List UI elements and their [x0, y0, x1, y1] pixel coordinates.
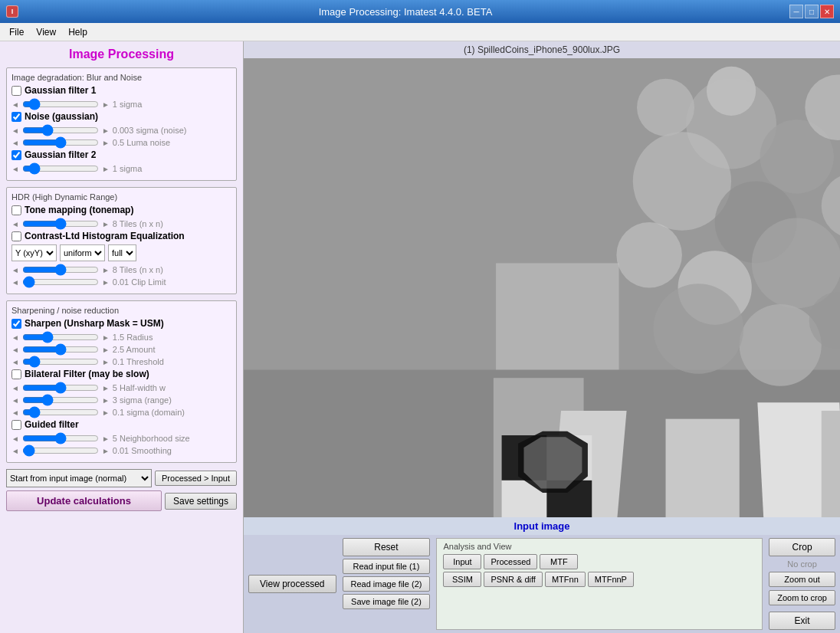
bilateral-halfwidth-slider[interactable] — [22, 382, 99, 393]
clahe-select2[interactable]: uniform — [60, 244, 105, 261]
gaussian1-row: Gaussian filter 1 — [11, 85, 231, 96]
bilateral-checkbox[interactable] — [11, 369, 21, 379]
gaussian1-label: Gaussian filter 1 — [25, 85, 96, 96]
processed-button[interactable]: Processed — [484, 554, 537, 569]
bilateral-sigma-range-slider[interactable] — [22, 395, 99, 405]
app-icon: I — [6, 5, 18, 18]
save-settings-button[interactable]: Save settings — [165, 493, 237, 510]
gaussian1-slider[interactable] — [22, 99, 99, 110]
noise-gaussian-checkbox[interactable] — [11, 112, 21, 122]
image-filename: (1) SpilledCoins_iPhone5_900lux.JPG — [244, 41, 840, 58]
clahe-clip-slider[interactable] — [22, 277, 99, 287]
menu-help[interactable]: Help — [62, 25, 94, 39]
clahe-tiles-slider[interactable] — [22, 264, 99, 275]
blur-noise-section: Image degradation: Blur and Noise Gaussi… — [6, 67, 237, 181]
read-image-file-button[interactable]: Read image file (2) — [343, 576, 431, 592]
psnr-diff-button[interactable]: PSNR & diff — [484, 572, 543, 587]
ssim-button[interactable]: SSIM — [443, 572, 481, 587]
clahe-tiles-row: ◄ ► 8 Tiles (n x n) — [11, 264, 231, 275]
bilateral-row: Bilateral Filter (may be slow) — [11, 369, 231, 379]
noise-sigma-row: ◄ ► 0.003 sigma (noise) — [11, 125, 231, 136]
tone-mapping-value: 8 Tiles (n x n) — [113, 219, 163, 228]
usm-amount-slider[interactable] — [22, 344, 99, 355]
noise-gaussian-label: Noise (gaussian) — [25, 111, 98, 122]
gaussian2-slider[interactable] — [22, 163, 99, 174]
tone-mapping-checkbox[interactable] — [11, 205, 21, 215]
update-calculations-button[interactable]: Update calculations — [6, 490, 162, 511]
input-button[interactable]: Input — [443, 554, 481, 569]
usm-amount-row: ◄ ► 2.5 Amount — [11, 344, 231, 355]
usm-amount-value: 2.5 Amount — [113, 345, 156, 354]
crop-zoom-controls: Crop No crop Zoom out Zoom to crop Exit — [769, 538, 835, 630]
svg-rect-18 — [666, 419, 740, 517]
usm-threshold-slider[interactable] — [22, 356, 99, 367]
reset-button[interactable]: Reset — [343, 538, 431, 556]
usm-radius-value: 1.5 Radius — [113, 333, 153, 342]
processed-input-button[interactable]: Processed > Input — [155, 471, 237, 486]
image-label: Input image — [244, 517, 840, 535]
exit-button[interactable]: Exit — [769, 612, 835, 630]
view-processed-button[interactable]: View processed — [248, 575, 336, 593]
read-input-file-button[interactable]: Read input file (1) — [343, 559, 431, 574]
menu-file[interactable]: File — [3, 25, 30, 39]
hdr-label: HDR (High Dynamic Range) — [11, 192, 231, 202]
noise-luma-slider[interactable] — [22, 137, 99, 148]
bilateral-sigma-domain-value: 0.1 sigma (domain) — [113, 408, 185, 417]
gaussian2-checkbox[interactable] — [11, 150, 21, 160]
slider-arrow: ◄ — [11, 100, 19, 109]
controls-section: View processed Reset Read input file (1)… — [244, 535, 840, 633]
menu-view[interactable]: View — [30, 25, 62, 39]
guided-row: Guided filter — [11, 419, 231, 430]
blur-noise-label: Image degradation: Blur and Noise — [11, 73, 231, 82]
clahe-row: Contrast-Ltd Histogram Equalization — [11, 231, 231, 241]
noise-luma-value: 0.5 Luma noise — [113, 138, 170, 147]
image-display — [244, 58, 840, 517]
svg-point-7 — [637, 79, 694, 136]
clahe-clip-value: 0.01 Clip Limit — [113, 277, 166, 287]
clahe-select1[interactable]: Y (xyY) — [11, 244, 57, 261]
maximize-button[interactable]: □ — [805, 5, 819, 18]
mtfnn-button[interactable]: MTFnn — [545, 572, 586, 587]
no-crop-label: No crop — [769, 559, 835, 569]
usm-checkbox[interactable] — [11, 319, 21, 329]
mtfnnp-button[interactable]: MTFnnP — [588, 572, 634, 587]
svg-rect-21 — [496, 263, 619, 369]
start-select[interactable]: Start from input image (normal) — [6, 469, 152, 487]
guided-smoothing-slider[interactable] — [22, 445, 99, 456]
noise-sigma-value: 0.003 sigma (noise) — [113, 126, 187, 135]
usm-threshold-value: 0.1 Threshold — [113, 357, 164, 366]
clahe-label: Contrast-Ltd Histogram Equalization — [25, 231, 185, 241]
gaussian2-label: Gaussian filter 2 — [25, 149, 96, 160]
gaussian2-value: 1 sigma — [113, 164, 143, 173]
sharpening-section: Sharpening / noise reduction Sharpen (Un… — [6, 300, 237, 463]
zoom-to-crop-button[interactable]: Zoom to crop — [769, 590, 835, 605]
close-button[interactable]: ✕ — [820, 5, 834, 18]
tone-mapping-slider[interactable] — [22, 218, 99, 229]
usm-radius-slider[interactable] — [22, 332, 99, 343]
crop-button[interactable]: Crop — [769, 538, 835, 556]
analysis-buttons-row2: SSIM PSNR & diff MTFnn MTFnnP — [443, 572, 756, 587]
analysis-title: Analysis and View — [443, 542, 756, 551]
save-image-file-button[interactable]: Save image file (2) — [343, 594, 431, 609]
mtf-button[interactable]: MTF — [540, 554, 578, 569]
zoom-out-button[interactable]: Zoom out — [769, 572, 835, 587]
clahe-checkbox[interactable] — [11, 231, 21, 241]
svg-point-10 — [740, 304, 822, 386]
noise-sigma-slider[interactable] — [22, 125, 99, 136]
tone-mapping-label: Tone mapping (tonemap) — [25, 205, 133, 215]
noise-gaussian-row: Noise (gaussian) — [11, 111, 231, 122]
bilateral-halfwidth-value: 5 Half-width w — [113, 383, 166, 392]
svg-point-13 — [653, 284, 743, 374]
analysis-buttons: Input Processed MTF — [443, 554, 756, 569]
minimize-button[interactable]: ─ — [789, 5, 803, 18]
svg-rect-20 — [822, 411, 840, 517]
guided-checkbox[interactable] — [11, 420, 21, 430]
gaussian1-checkbox[interactable] — [11, 86, 21, 96]
bilateral-sigma-domain-slider[interactable] — [22, 407, 99, 418]
gaussian1-value: 1 sigma — [113, 100, 143, 109]
left-panel: Image Processing Image degradation: Blur… — [0, 41, 244, 633]
usm-label: Sharpen (Unsharp Mask = USM) — [25, 318, 164, 329]
guided-neighborhood-slider[interactable] — [22, 433, 99, 444]
clahe-select3[interactable]: full — [108, 244, 136, 261]
usm-radius-row: ◄ ► 1.5 Radius — [11, 332, 231, 343]
